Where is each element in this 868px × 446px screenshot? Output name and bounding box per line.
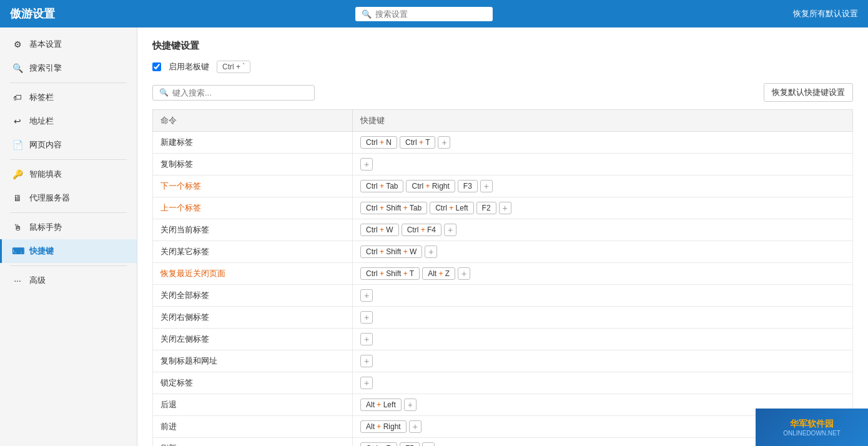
key-tag: Ctrl + Shift + Tab	[360, 202, 427, 214]
add-shortcut-button[interactable]: +	[360, 333, 373, 345]
col-shortcut: 快捷键	[353, 110, 853, 132]
key-tag: Ctrl + T	[400, 136, 435, 149]
table-row: 恢复最近关闭页面Ctrl + Shift + TAlt + Z+	[153, 263, 853, 285]
add-shortcut-button[interactable]: +	[360, 377, 373, 389]
proxy-icon: 🖥	[12, 193, 23, 203]
table-row: 前进Alt + Right+	[153, 416, 853, 438]
shortcut-search-row: 🔍 恢复默认快捷键设置	[152, 83, 853, 102]
sidebar-divider	[10, 212, 127, 213]
key-tag: F3	[458, 180, 478, 192]
command-cell: 后退	[153, 394, 353, 416]
add-shortcut-button[interactable]: +	[360, 311, 373, 324]
table-row: 上一个标签Ctrl + Shift + TabCtrl + LeftF2+	[153, 197, 853, 219]
keyboard-icon: ⌨	[12, 246, 23, 256]
enable-boss-key-row: 启用老板键 Ctrl + `	[152, 61, 853, 73]
sidebar-item-label: 地址栏	[29, 116, 54, 127]
search-icon: 🔍	[362, 9, 372, 19]
add-shortcut-button[interactable]: +	[360, 355, 373, 367]
watermark: 华军软件园 ONLINEDOWN.NET	[756, 409, 868, 446]
add-shortcut-button[interactable]: +	[458, 267, 470, 280]
key-tag: Ctrl + R	[360, 442, 397, 446]
sidebar: ⚙ 基本设置 🔍 搜索引擎 🏷 标签栏 ↩ 地址栏 📄 网页内容 🔑 智能填表 …	[0, 27, 137, 446]
add-shortcut-button[interactable]: +	[480, 180, 493, 192]
add-shortcut-button[interactable]: +	[438, 136, 450, 149]
shortcuts-cell: Ctrl + Shift + W+	[353, 241, 853, 263]
shortcuts-cell: +	[353, 350, 853, 372]
add-shortcut-button[interactable]: +	[499, 202, 511, 214]
sidebar-item-label: 鼠标手势	[29, 222, 62, 233]
reset-all-button[interactable]: 恢复所有默认设置	[793, 8, 858, 19]
add-shortcut-button[interactable]: +	[360, 289, 373, 302]
sidebar-item-label: 快捷键	[29, 245, 54, 257]
key-tag: Alt + Left	[360, 399, 402, 411]
table-row: 关闭当前标签Ctrl + WCtrl + F4+	[153, 219, 853, 241]
command-cell: 刷新	[153, 438, 353, 447]
add-shortcut-button[interactable]: +	[404, 399, 417, 411]
key-tag: F5	[400, 442, 420, 446]
watermark-sub: ONLINEDOWN.NET	[783, 430, 841, 437]
sidebar-item-shortcuts[interactable]: ⌨ 快捷键	[0, 239, 137, 263]
main-content: 快捷键设置 启用老板键 Ctrl + ` 🔍 恢复默认快捷键设置 命令 快捷键 …	[137, 27, 868, 446]
command-cell: 锁定标签	[153, 372, 353, 394]
add-shortcut-button[interactable]: +	[409, 420, 422, 433]
watermark-logo: 华军软件园	[790, 419, 834, 430]
sidebar-item-basic[interactable]: ⚙ 基本设置	[0, 32, 137, 56]
command-cell: 新建标签	[153, 132, 353, 154]
tab-bar-icon: 🏷	[12, 92, 23, 102]
sidebar-item-address[interactable]: ↩ 地址栏	[0, 109, 137, 133]
command-cell: 下一个标签	[153, 176, 353, 197]
shortcuts-cell: Ctrl + TabCtrl + RightF3+	[353, 176, 853, 197]
settings-icon: ⚙	[12, 39, 23, 49]
shortcuts-cell: Ctrl + NCtrl + T+	[353, 132, 853, 154]
address-bar-icon: ↩	[12, 116, 23, 126]
key-tag: Ctrl + Tab	[360, 180, 403, 192]
shortcut-search-box[interactable]: 🔍	[152, 85, 315, 101]
sidebar-item-advanced[interactable]: ··· 高级	[0, 269, 137, 292]
shortcuts-cell: +	[353, 372, 853, 394]
search-engine-icon: 🔍	[12, 63, 23, 73]
app-title: 傲游设置	[10, 6, 55, 21]
col-command: 命令	[153, 110, 353, 132]
autofill-icon: 🔑	[12, 169, 23, 179]
add-shortcut-button[interactable]: +	[425, 245, 437, 258]
sidebar-item-proxy[interactable]: 🖥 代理服务器	[0, 186, 137, 210]
shortcut-search-input[interactable]	[172, 88, 308, 97]
sidebar-divider	[10, 82, 127, 83]
sidebar-item-label: 标签栏	[29, 92, 54, 103]
header: 傲游设置 🔍 恢复所有默认设置	[0, 0, 868, 27]
command-cell: 关闭当前标签	[153, 219, 353, 241]
sidebar-item-content[interactable]: 📄 网页内容	[0, 133, 137, 157]
shortcuts-cell: +	[353, 285, 853, 307]
sidebar-item-autofill[interactable]: 🔑 智能填表	[0, 162, 137, 186]
sidebar-item-label: 基本设置	[29, 39, 62, 50]
add-shortcut-button[interactable]: +	[360, 158, 373, 171]
boss-key-badge: Ctrl + `	[217, 61, 250, 73]
add-shortcut-button[interactable]: +	[444, 224, 456, 236]
section-title: 快捷键设置	[152, 40, 853, 52]
key-tag: Alt + Z	[422, 267, 455, 280]
sidebar-item-mouse[interactable]: 🖱 鼠标手势	[0, 216, 137, 239]
sidebar-item-tabs[interactable]: 🏷 标签栏	[0, 86, 137, 109]
page-content-icon: 📄	[12, 140, 23, 150]
header-search-box[interactable]: 🔍	[355, 7, 493, 21]
sidebar-divider	[10, 265, 127, 266]
table-row: 关闭左侧标签+	[153, 329, 853, 350]
key-tag: Ctrl + Shift + W	[360, 245, 422, 258]
sidebar-divider	[10, 159, 127, 160]
table-row: 关闭右侧标签+	[153, 307, 853, 329]
table-row: 关闭全部标签+	[153, 285, 853, 307]
shortcuts-cell: +	[353, 154, 853, 176]
command-cell: 复制标签	[153, 154, 353, 176]
sidebar-item-search[interactable]: 🔍 搜索引擎	[0, 56, 137, 80]
key-tag: Ctrl + F4	[402, 224, 441, 236]
key-tag: Ctrl + Shift + T	[360, 267, 420, 280]
sidebar-item-label: 代理服务器	[29, 192, 70, 204]
command-cell: 关闭左侧标签	[153, 329, 353, 350]
enable-boss-key-checkbox[interactable]	[152, 62, 161, 71]
shortcuts-cell: +	[353, 307, 853, 329]
sidebar-item-label: 搜索引擎	[29, 62, 62, 74]
add-shortcut-button[interactable]: +	[422, 442, 435, 446]
table-row: 复制标签+	[153, 154, 853, 176]
reset-shortcuts-button[interactable]: 恢复默认快捷键设置	[764, 83, 853, 102]
header-search-input[interactable]	[375, 9, 486, 19]
